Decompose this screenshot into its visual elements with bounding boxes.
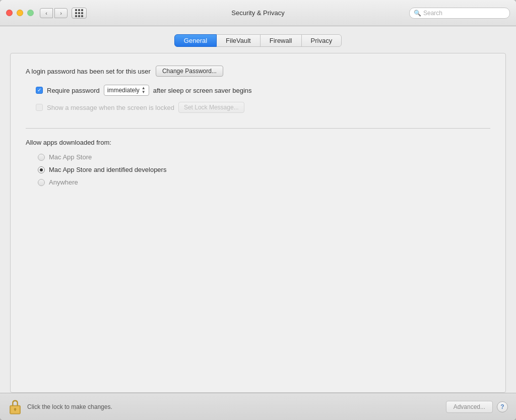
require-password-label: Require password <box>47 87 100 94</box>
tab-firewall[interactable]: Firewall <box>260 34 302 47</box>
set-lock-message-button[interactable]: Set Lock Message... <box>178 102 244 113</box>
radio-mac-app-store-button[interactable] <box>38 154 45 161</box>
lock-message-row: Show a message when the screen is locked… <box>36 102 490 113</box>
after-sleep-label: after sleep or screen saver begins <box>153 87 252 94</box>
tab-general[interactable]: General <box>174 34 217 47</box>
checkbox-check-icon: ✓ <box>37 88 41 93</box>
search-icon: 🔍 <box>414 10 421 17</box>
system-preferences-window: ‹ › Security & Privacy 🔍 General FileVau… <box>0 0 516 420</box>
footer: Click the lock to make changes. Advanced… <box>0 393 516 420</box>
grid-view-button[interactable] <box>72 8 87 19</box>
traffic-lights <box>6 10 34 16</box>
password-info-row: A login password has been set for this u… <box>26 66 490 77</box>
forward-icon: › <box>60 10 62 16</box>
dropdown-value: immediately <box>107 87 140 94</box>
password-info-label: A login password has been set for this u… <box>26 68 151 75</box>
tab-filevault[interactable]: FileVault <box>216 34 261 47</box>
require-password-row: ✓ Require password immediately ▲ ▼ after… <box>36 85 490 96</box>
lock-icon[interactable] <box>8 399 22 415</box>
close-button[interactable] <box>6 10 13 16</box>
radio-anywhere-label: Anywhere <box>49 178 78 186</box>
radio-mac-app-store[interactable]: Mac App Store <box>38 153 490 161</box>
search-input[interactable] <box>423 10 505 17</box>
forward-button[interactable]: › <box>54 8 68 18</box>
radio-mac-app-store-developers-label: Mac App Store and identified developers <box>49 166 166 173</box>
window-title: Security & Privacy <box>231 9 284 17</box>
section-divider <box>26 128 490 129</box>
svg-rect-3 <box>15 409 16 411</box>
download-source-radio-group: Mac App Store Mac App Store and identifi… <box>38 153 490 186</box>
maximize-button[interactable] <box>27 10 34 16</box>
advanced-button[interactable]: Advanced... <box>446 401 493 413</box>
require-password-checkbox[interactable]: ✓ <box>36 87 43 94</box>
radio-anywhere-button[interactable] <box>38 179 45 186</box>
back-icon: ‹ <box>45 10 47 16</box>
allow-apps-label: Allow apps downloaded from: <box>26 139 490 146</box>
radio-mac-app-store-developers[interactable]: Mac App Store and identified developers <box>38 166 490 173</box>
footer-lock-text: Click the lock to make changes. <box>27 403 446 410</box>
radio-anywhere[interactable]: Anywhere <box>38 178 490 186</box>
grid-icon <box>75 9 83 17</box>
titlebar: ‹ › Security & Privacy 🔍 <box>0 0 516 26</box>
radio-selected-dot <box>40 168 43 171</box>
radio-mac-app-store-label: Mac App Store <box>49 153 92 161</box>
general-panel: A login password has been set for this u… <box>10 53 506 393</box>
dropdown-arrows-icon: ▲ ▼ <box>142 86 146 94</box>
nav-buttons: ‹ › <box>40 8 68 18</box>
lock-message-checkbox[interactable] <box>36 104 43 111</box>
tab-bar: General FileVault Firewall Privacy <box>0 26 516 53</box>
search-bar[interactable]: 🔍 <box>409 8 510 19</box>
radio-mac-app-store-developers-button[interactable] <box>38 166 45 173</box>
lock-message-label: Show a message when the screen is locked <box>47 104 174 111</box>
help-button[interactable]: ? <box>497 401 508 412</box>
minimize-button[interactable] <box>17 10 23 16</box>
tab-privacy[interactable]: Privacy <box>301 34 342 47</box>
main-content: General FileVault Firewall Privacy A log… <box>0 26 516 393</box>
back-button[interactable]: ‹ <box>40 8 53 18</box>
change-password-button[interactable]: Change Password... <box>156 66 223 77</box>
password-timing-dropdown[interactable]: immediately ▲ ▼ <box>104 85 149 96</box>
